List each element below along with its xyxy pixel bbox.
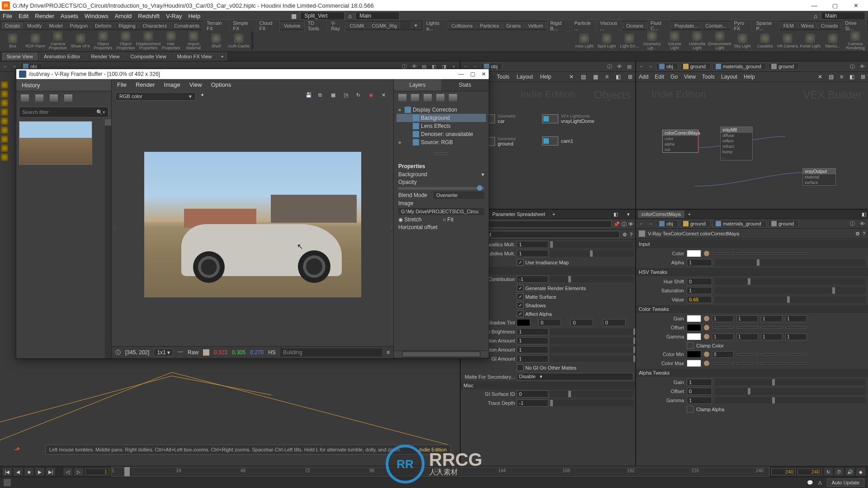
r-menu-add[interactable]: Add xyxy=(639,74,648,80)
link-dot[interactable] xyxy=(704,361,709,366)
save-icon[interactable]: 💾 xyxy=(306,92,314,100)
r-back-icon[interactable]: ← xyxy=(638,63,645,70)
parm-slider[interactable] xyxy=(550,241,633,248)
gear-icon[interactable]: ⚙ xyxy=(623,232,627,238)
shelf-tool[interactable]: Stereo... xyxy=(822,33,844,49)
swatch[interactable] xyxy=(517,319,530,326)
menu-help[interactable]: Help xyxy=(188,13,200,19)
vop-vraymtl[interactable]: vrayMtldiffusereflectrefractbump... xyxy=(720,127,753,160)
tl-key-next[interactable]: ▷ xyxy=(74,468,83,476)
house-icon[interactable]: ⌂ xyxy=(348,13,352,19)
tab-parm-spread[interactable]: Parameter Spreadsheet xyxy=(489,211,549,218)
shelf-tab[interactable]: CGMK xyxy=(346,22,368,29)
r2-crumb-ground2[interactable]: ground xyxy=(768,220,799,227)
tl-end2-field[interactable]: 240 xyxy=(797,468,822,475)
shelf-tab[interactable]: Characters xyxy=(140,22,170,29)
parm-slider[interactable] xyxy=(550,400,633,406)
layer-row[interactable]: Lens Effects xyxy=(396,122,486,130)
parm-value[interactable] xyxy=(736,327,758,328)
parm-value[interactable] xyxy=(712,253,734,254)
shelf-tab[interactable]: Crowds xyxy=(818,22,841,29)
parm-value[interactable] xyxy=(785,253,807,254)
layer-btn[interactable] xyxy=(449,94,457,101)
parm-value[interactable] xyxy=(785,327,807,328)
status-icon[interactable] xyxy=(4,479,11,486)
warn-icon[interactable]: ⚠ xyxy=(818,480,822,486)
parm-value[interactable]: 1 xyxy=(517,250,548,257)
parm-value[interactable]: 1 xyxy=(687,287,712,294)
parm-value[interactable]: 1 xyxy=(687,397,712,404)
desktop-main[interactable]: Main xyxy=(355,12,400,20)
parm-value[interactable]: 1 xyxy=(761,315,783,322)
channel-select[interactable]: RGB color▾ xyxy=(115,92,196,101)
shelf-tab[interactable]: Viscous ... xyxy=(597,19,622,32)
parm-value[interactable]: 1 xyxy=(517,355,548,362)
swatch[interactable] xyxy=(687,360,701,367)
vfb-history-tab[interactable]: History xyxy=(16,79,111,91)
r2-fwd-icon[interactable]: → xyxy=(647,220,654,227)
vfb-max-button[interactable]: ▢ xyxy=(470,71,475,77)
checkbox[interactable] xyxy=(517,364,524,371)
net-icon[interactable]: ⊞ xyxy=(628,74,632,80)
parm-value[interactable]: 1 xyxy=(712,333,734,340)
parm-value[interactable]: -1 xyxy=(517,399,548,407)
parm-value[interactable] xyxy=(785,362,807,364)
vfb-menu-render[interactable]: Render xyxy=(136,81,155,88)
r-tab-plus[interactable]: + xyxy=(686,211,693,218)
grip-right[interactable]: :::: xyxy=(390,225,392,230)
section-hdr[interactable]: Misc xyxy=(461,381,635,389)
parm-value[interactable] xyxy=(736,353,758,355)
shelf-tool[interactable]: VR Camera xyxy=(777,33,798,49)
parm-value[interactable]: 1 xyxy=(517,328,548,335)
shelf-tool[interactable]: Environment Light xyxy=(709,30,731,51)
swatch[interactable] xyxy=(687,333,701,340)
parm-slider[interactable] xyxy=(550,338,633,344)
tool-icon[interactable] xyxy=(1,90,8,98)
pick-icon[interactable]: ✦ xyxy=(200,92,208,100)
stop-icon[interactable]: ◉ xyxy=(369,92,377,100)
gear-icon[interactable]: ⚙ xyxy=(855,231,860,237)
r-menu-help[interactable]: Help xyxy=(744,74,755,80)
network-node[interactable]: VFX LightDomevrayLightDome xyxy=(542,114,594,124)
menu-render[interactable]: Render xyxy=(35,13,54,19)
parm-slider[interactable] xyxy=(715,296,865,303)
layer-btn[interactable] xyxy=(398,94,406,101)
shelf-tab[interactable]: Cloud FX xyxy=(256,19,280,32)
shelf-tab[interactable]: Lights a... xyxy=(423,19,448,32)
parm-slider[interactable] xyxy=(550,391,633,397)
curve-icon[interactable]: 〰 xyxy=(178,349,183,356)
shelf-tool[interactable]: Show VFX xyxy=(70,33,91,49)
vfb-menu-file[interactable]: File xyxy=(117,81,127,88)
tl-prev-button[interactable]: ◀ xyxy=(14,468,23,476)
menu-vray[interactable]: V-Ray xyxy=(166,13,182,19)
tl-loop-icon[interactable]: ↻ xyxy=(824,468,833,476)
link-dot[interactable] xyxy=(704,251,709,256)
parm-value[interactable]: 1 xyxy=(736,315,758,322)
mid-eye-icon[interactable]: 👁 xyxy=(615,62,623,70)
desktop-icon[interactable]: ▦ xyxy=(291,13,297,19)
zoom-select[interactable]: 1x1 ▾ xyxy=(154,348,173,357)
r2-eye-icon[interactable]: 👁 xyxy=(858,220,866,228)
layer-row[interactable]: ●Source: RGB xyxy=(396,138,486,146)
swatch[interactable] xyxy=(687,315,701,322)
help-icon[interactable]: ? xyxy=(863,231,865,236)
desktop-main-2[interactable]: Main xyxy=(821,12,865,20)
shelf-tab[interactable]: Contain... xyxy=(702,22,730,29)
link-dot[interactable] xyxy=(704,352,709,357)
parm-value[interactable]: 1 xyxy=(517,346,548,353)
menu-redshift[interactable]: Redshift xyxy=(138,13,160,19)
vfb-menu-image[interactable]: Image xyxy=(164,81,180,88)
radio-stretch[interactable]: ◉ Stretch xyxy=(398,216,440,223)
shelf-tool[interactable]: Sky Light xyxy=(731,33,753,49)
refresh-icon[interactable]: ↻ xyxy=(356,92,364,100)
checkbox[interactable]: ✓ xyxy=(517,285,524,291)
tl-stop-button[interactable]: ■ xyxy=(24,468,33,476)
link-dot[interactable] xyxy=(704,325,709,330)
shelf-tab[interactable]: Constraints xyxy=(171,22,203,29)
tl-first-button[interactable]: |◀ xyxy=(3,468,12,476)
checkbox[interactable] xyxy=(687,342,693,349)
chat-icon[interactable]: 💬 xyxy=(807,480,813,486)
shelf-tool[interactable]: Camera Projection xyxy=(47,30,69,51)
vfb-min-button[interactable]: — xyxy=(458,71,464,77)
parm-value[interactable] xyxy=(761,362,783,364)
